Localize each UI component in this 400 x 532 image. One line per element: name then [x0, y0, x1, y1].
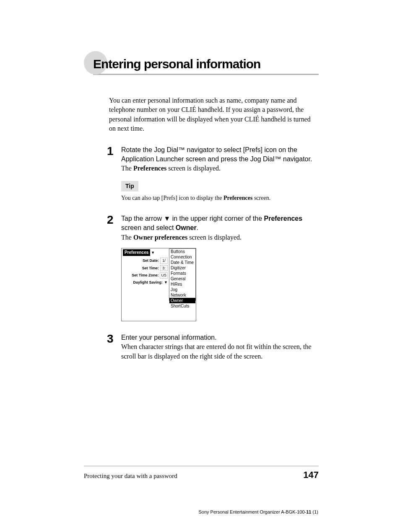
daylight-saving-label: Daylight Saving: [133, 280, 163, 285]
menu-item: Digitizer [169, 265, 195, 271]
preferences-word: Preferences [133, 165, 166, 172]
down-arrow-icon: ▼ [164, 215, 170, 222]
set-time-value: 3: [160, 265, 168, 271]
tip-text: You can also tap [Prefs] icon to display… [121, 194, 319, 202]
text: screen. [252, 195, 270, 201]
text: in the upper right corner of the [170, 215, 264, 222]
page-heading: Entering personal information [93, 54, 319, 71]
text: screen is displayed. [187, 234, 242, 241]
device-title: Preferences [123, 249, 150, 256]
preferences-word: Preferences [223, 195, 252, 201]
text: screen is displayed. [166, 165, 221, 172]
page-footer: Protecting your data with a password 147 [84, 466, 319, 480]
device-menu: Buttons Connection Date & Time Digitizer… [169, 248, 196, 301]
step-number: 1 [107, 145, 115, 202]
text: You can also tap [Prefs] icon to display… [121, 195, 223, 201]
menu-item-selected: Owner [169, 298, 195, 303]
owner-word: Owner [176, 224, 197, 231]
device-screenshot: Preferences▼ Set Date:1/ Set Time:3: Set… [121, 248, 196, 321]
menu-item: Buttons [169, 249, 195, 254]
step-3-detail: When character strings that are entered … [121, 342, 319, 361]
text: The [121, 165, 133, 172]
menu-item: Jog [169, 287, 195, 292]
step-1-instruction: Rotate the Jog Dial™ navigator to select… [121, 145, 319, 164]
heading-block: Entering personal information [84, 54, 319, 75]
set-date-value: 1/ [160, 258, 168, 264]
heading-underline [93, 74, 319, 75]
set-timezone-value: US [160, 272, 168, 279]
text: Sony Personal Entertainment Organizer A-… [198, 509, 306, 514]
step-2: 2 Tap the arrow ▼ in the upper right cor… [107, 214, 319, 321]
step-1: 1 Rotate the Jog Dial™ navigator to sele… [107, 145, 319, 202]
step-2-result: The Owner preferences screen is displaye… [121, 233, 319, 242]
menu-item: Formats [169, 271, 195, 276]
text: screen and select [121, 224, 176, 231]
step-3: 3 Enter your personal information. When … [107, 333, 319, 361]
step-number: 2 [107, 214, 115, 321]
text: The [121, 234, 133, 241]
tip-label: Tip [121, 181, 138, 192]
footer-divider [84, 466, 319, 466]
menu-item: Connection [169, 254, 195, 260]
preferences-word: Preferences [264, 215, 302, 222]
text: Tap the arrow [121, 215, 164, 222]
menu-item: Network [169, 292, 195, 298]
set-time-label: Set Time: [142, 266, 159, 271]
owner-preferences-word: Owner preferences [133, 234, 187, 241]
menu-item: Date & Time [169, 260, 195, 265]
step-1-result: The Preferences screen is displayed. [121, 164, 319, 173]
intro-paragraph: You can enter personal information such … [109, 96, 319, 134]
page-number: 147 [303, 470, 319, 480]
step-number: 3 [107, 333, 115, 361]
daylight-saving-arrow-icon: ▼ [164, 280, 168, 285]
set-date-label: Set Date: [143, 258, 159, 263]
text: (1) [312, 509, 319, 514]
menu-item: General [169, 276, 195, 281]
set-timezone-label: Set Time Zone: [132, 273, 158, 278]
menu-item: ShortCuts [169, 303, 195, 309]
step-2-instruction: Tap the arrow ▼ in the upper right corne… [121, 214, 319, 233]
footer-document-id: Sony Personal Entertainment Organizer A-… [83, 509, 318, 514]
text: . [197, 224, 198, 231]
footer-section-title: Protecting your data with a password [84, 473, 177, 480]
step-3-instruction: Enter your personal information. [121, 333, 319, 342]
dropdown-arrow-icon: ▼ [151, 251, 155, 255]
text: 11 [306, 509, 311, 514]
menu-item: HiRes [169, 281, 195, 287]
